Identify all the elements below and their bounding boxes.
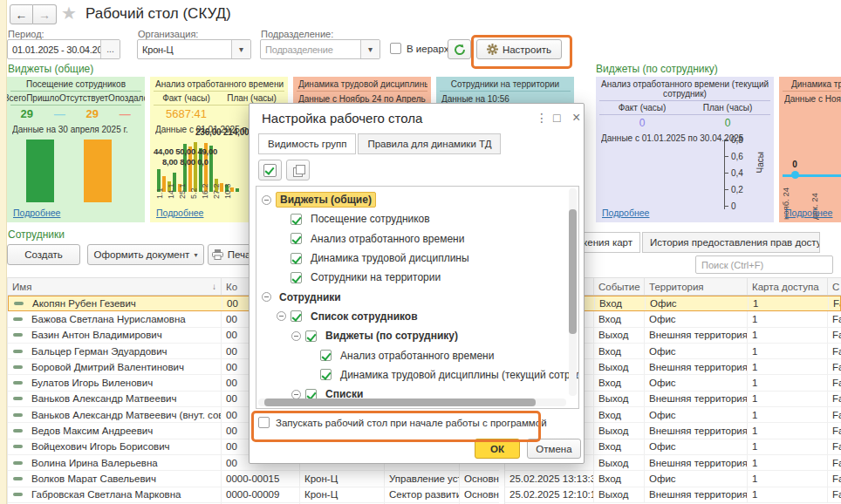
cell-access-card: 1: [748, 439, 828, 454]
attendance-note: Данные на 30 апреля 2025 г.: [12, 125, 140, 134]
department-combobox[interactable]: Подразделение ▾: [260, 39, 380, 59]
column-header-name[interactable]: Имя ↓: [8, 278, 222, 295]
emp-worked-time-more-link[interactable]: Подробнее: [602, 208, 649, 218]
tree-item[interactable]: Сотрудники на территории: [256, 268, 578, 287]
attendance-bar: [84, 140, 112, 202]
collapse-icon[interactable]: [262, 292, 271, 302]
cell-territory: Внешняя территория: [645, 392, 748, 406]
widget-title: Посещение сотрудников: [10, 77, 141, 92]
tree-item[interactable]: Анализ отработанного времени: [256, 345, 578, 364]
event-row[interactable]: 25.02.2025 12:10:19ВыходВнешняя территор…: [505, 487, 841, 503]
startup-checkbox[interactable]: [258, 417, 270, 428]
horizontal-scrollbar[interactable]: [258, 398, 566, 406]
tree-item[interactable]: Анализ отработанного времени: [256, 229, 578, 249]
tab-access-rights-history[interactable]: История предоставления прав доступа: [642, 232, 820, 253]
worked-time-more-link[interactable]: Подробнее: [156, 208, 203, 218]
widget-emp-discipline: Динамика труд Данные с Ноябрь 000 нояб. …: [779, 77, 841, 222]
cell-name: Габровская Светлана Марковна: [27, 487, 222, 502]
cell-code: 0000-00015: [222, 471, 300, 486]
column-header-card[interactable]: Карта доступа: [748, 278, 828, 295]
more-menu-icon[interactable]: ⋮: [536, 111, 548, 125]
cell-name: Ваньков Александр Матвеевич (внут. совм.…: [27, 407, 222, 422]
cell-date: 25.02.2025 13:13:34: [505, 471, 594, 486]
tree-item-label: Анализ отработанного времени: [337, 349, 497, 363]
tree-item[interactable]: Виджеты (общие): [256, 190, 578, 209]
cell-name: Боровой Дмитрий Валентинович: [27, 359, 222, 374]
make-document-label: Оформить документ: [94, 249, 190, 260]
column-header-event[interactable]: Событие: [594, 278, 645, 295]
tree-item-label: Сотрудники: [276, 290, 345, 304]
cell-event: Выход: [594, 328, 645, 343]
create-label: Создать: [24, 249, 63, 260]
tree-item[interactable]: Посещение сотрудников: [256, 209, 578, 228]
make-document-button[interactable]: Оформить документ ▾: [87, 244, 204, 265]
tree-checkbox[interactable]: [305, 330, 317, 342]
tree-checkbox[interactable]: [291, 272, 302, 283]
uncheck-all-button[interactable]: [286, 160, 310, 180]
tree-item[interactable]: Динамика трудовой дисциплины: [256, 249, 578, 268]
chevron-down-icon[interactable]: ▾: [231, 40, 250, 58]
cell-reader: Fa: [828, 344, 841, 358]
collapse-icon[interactable]: [291, 390, 301, 399]
configure-label: Настроить: [503, 44, 551, 55]
attendance-more-link[interactable]: Подробнее: [13, 208, 60, 218]
y-axis-tick: 0,8: [725, 135, 743, 145]
maximize-icon[interactable]: □: [553, 111, 560, 125]
tree-item[interactable]: Виджеты (по сотруднику): [256, 326, 578, 345]
forward-button[interactable]: →: [33, 4, 57, 24]
cell-organization: Крон-Ц: [300, 471, 385, 486]
tab-discipline-rules[interactable]: Правила для динамики ТД: [358, 133, 501, 154]
y-axis-tick-label: 0,4: [731, 168, 743, 178]
tree-checkbox[interactable]: [320, 350, 332, 361]
column-header-extra[interactable]: С: [828, 278, 841, 295]
hierarchy-checkbox[interactable]: [390, 43, 401, 54]
period-more-button[interactable]: ...: [100, 40, 120, 58]
employee-row[interactable]: Волков Марат Савельевич0000-00015Крон-ЦУ…: [8, 471, 499, 487]
tree-checkbox[interactable]: [291, 233, 302, 244]
cell-access-card: 1: [748, 392, 828, 406]
cell-access-card: 1: [748, 375, 828, 390]
column-header-territory[interactable]: Территория: [645, 278, 748, 295]
employee-row[interactable]: Габровская Светлана Марковна0000-00009Кр…: [8, 487, 499, 503]
period-field[interactable]: 01.01.2025 - 30.04.2025 ...: [7, 39, 120, 59]
collapse-icon[interactable]: [262, 195, 271, 205]
ok-button[interactable]: ОК: [475, 439, 520, 459]
peak-bar-labels: 236,00 214,00: [195, 127, 249, 137]
search-placeholder: Поиск (Ctrl+F): [701, 260, 763, 270]
back-button[interactable]: ←: [10, 4, 33, 24]
tab-group-visibility[interactable]: Видимость групп: [258, 133, 356, 154]
configure-button[interactable]: Настроить: [476, 39, 562, 59]
chevron-down-icon[interactable]: ▾: [360, 40, 379, 58]
event-row[interactable]: 25.02.2025 13:13:34ВходОфис1Fa: [505, 471, 841, 487]
check-all-button[interactable]: [258, 160, 282, 180]
low-bar-labels: 8,00 8,00 0,0: [162, 157, 209, 167]
fact-value: 5687:41: [154, 107, 219, 120]
cell-territory: Внешняя территория: [645, 487, 748, 502]
tree-checkbox[interactable]: [291, 310, 302, 322]
vertical-scrollbar[interactable]: [569, 188, 577, 396]
tree-item[interactable]: Сотрудники: [256, 287, 578, 306]
create-button[interactable]: Создать: [7, 244, 80, 265]
cell-reader: Fa: [828, 311, 841, 326]
tree-item[interactable]: Динамика трудовой дисциплины (текущий со…: [256, 365, 578, 385]
cell-access-card: 1: [748, 328, 828, 343]
emp-discipline-more-link[interactable]: Подробнее: [785, 208, 832, 218]
refresh-button[interactable]: [448, 39, 471, 59]
startup-checkbox-row[interactable]: Запускать рабочий стол при начале работы…: [258, 417, 547, 428]
search-input[interactable]: Поиск (Ctrl+F): [695, 255, 833, 274]
cell-event: Вход: [594, 375, 645, 390]
collapse-icon[interactable]: [291, 331, 301, 341]
favorite-star-icon[interactable]: ★: [61, 3, 77, 24]
cancel-button[interactable]: Отмена: [527, 439, 581, 459]
tree-checkbox[interactable]: [291, 214, 302, 225]
attendance-value: —: [44, 107, 77, 120]
organization-label: Организация:: [138, 29, 198, 39]
page-title: Рабочий стол (СКУД): [85, 5, 231, 23]
cell-reader: Fa: [828, 359, 841, 374]
organization-combobox[interactable]: Крон-Ц ▾: [137, 39, 251, 59]
tree-checkbox[interactable]: [291, 253, 302, 264]
collapse-icon[interactable]: [277, 311, 286, 321]
tree-item[interactable]: Список сотрудников: [256, 307, 578, 326]
close-icon[interactable]: ×: [572, 111, 580, 125]
tree-checkbox[interactable]: [320, 369, 332, 380]
